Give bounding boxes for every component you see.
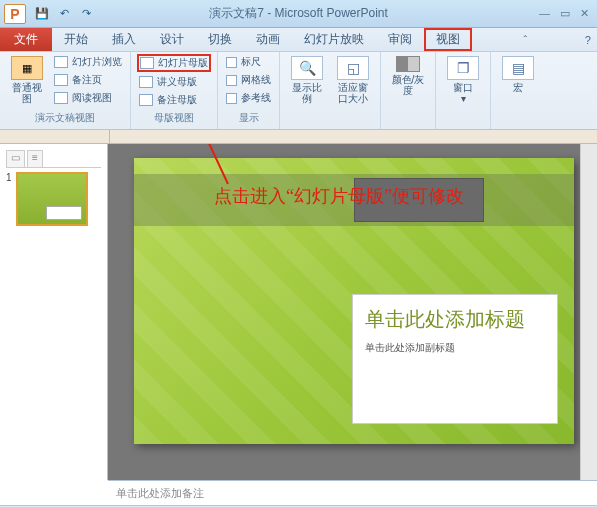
tab-transitions[interactable]: 切换 bbox=[196, 28, 244, 51]
reading-view-icon bbox=[54, 92, 68, 104]
notes-pane[interactable]: 单击此处添加备注 bbox=[108, 480, 597, 505]
tab-view[interactable]: 视图 bbox=[424, 28, 472, 51]
thumb-number: 1 bbox=[6, 172, 12, 226]
checkbox-icon bbox=[226, 93, 237, 104]
group-show: 标尺 网格线 参考线 显示 bbox=[218, 52, 280, 129]
checkbox-icon bbox=[226, 57, 237, 68]
notes-master-button[interactable]: 备注母版 bbox=[137, 92, 211, 108]
maximize-icon[interactable]: ▭ bbox=[560, 7, 570, 20]
fit-window-icon: ◱ bbox=[337, 56, 369, 80]
window-title: 演示文稿7 - Microsoft PowerPoint bbox=[209, 5, 388, 22]
tab-file[interactable]: 文件 bbox=[0, 28, 52, 51]
slide-master-icon bbox=[140, 57, 154, 69]
close-icon[interactable]: ✕ bbox=[580, 7, 589, 20]
guides-checkbox[interactable]: 参考线 bbox=[224, 90, 273, 106]
checkbox-icon bbox=[226, 75, 237, 86]
ribbon: ▦ 普通视图 幻灯片浏览 备注页 阅读视图 演示文稿视图 幻灯片母版 讲义母版 … bbox=[0, 52, 597, 130]
group-window: ❐ 窗口▾ bbox=[436, 52, 491, 129]
normal-view-icon: ▦ bbox=[11, 56, 43, 80]
fit-window-button[interactable]: ◱ 适应窗口大小 bbox=[332, 54, 374, 106]
tab-home[interactable]: 开始 bbox=[52, 28, 100, 51]
tab-review[interactable]: 审阅 bbox=[376, 28, 424, 51]
ruler-checkbox[interactable]: 标尺 bbox=[224, 54, 273, 70]
main-area: ▭ ≡ 1 单击此处添加标题 单击此处添加副标题 点击进入“幻灯片母版”便可修改 bbox=[0, 144, 597, 480]
group-color: 颜色/灰度 bbox=[381, 52, 436, 129]
tab-insert[interactable]: 插入 bbox=[100, 28, 148, 51]
color-grayscale-button[interactable]: 颜色/灰度 bbox=[387, 54, 429, 98]
slide-canvas[interactable]: 单击此处添加标题 单击此处添加副标题 点击进入“幻灯片母版”便可修改 bbox=[134, 158, 574, 444]
group-label: 母版视图 bbox=[137, 111, 211, 127]
window-button[interactable]: ❐ 窗口▾ bbox=[442, 54, 484, 106]
help-icon[interactable]: ? bbox=[585, 34, 591, 46]
slide-sorter-icon bbox=[54, 56, 68, 68]
panel-tab-outline[interactable]: ≡ bbox=[27, 150, 43, 167]
slide-master-button[interactable]: 幻灯片母版 bbox=[137, 54, 211, 72]
panel-tab-slides[interactable]: ▭ bbox=[6, 150, 25, 167]
normal-view-button[interactable]: ▦ 普通视图 bbox=[6, 54, 48, 106]
tab-bar: 文件 开始 插入 设计 切换 动画 幻灯片放映 审阅 视图 ˆ ? bbox=[0, 28, 597, 52]
vertical-scrollbar[interactable] bbox=[580, 144, 597, 480]
window-controls: — ▭ ✕ bbox=[539, 7, 589, 20]
slide-title-text: 单击此处添加标题 bbox=[365, 307, 545, 331]
slide-sorter-button[interactable]: 幻灯片浏览 bbox=[52, 54, 124, 70]
handout-master-button[interactable]: 讲义母版 bbox=[137, 74, 211, 90]
slides-panel: ▭ ≡ 1 bbox=[0, 144, 108, 480]
handout-master-icon bbox=[139, 76, 153, 88]
notes-master-icon bbox=[139, 94, 153, 106]
group-label: 显示 bbox=[224, 111, 273, 127]
zoom-icon: 🔍 bbox=[291, 56, 323, 80]
gridlines-checkbox[interactable]: 网格线 bbox=[224, 72, 273, 88]
macros-icon: ▤ bbox=[502, 56, 534, 80]
macros-button[interactable]: ▤ 宏 bbox=[497, 54, 539, 95]
tab-slideshow[interactable]: 幻灯片放映 bbox=[292, 28, 376, 51]
tab-animations[interactable]: 动画 bbox=[244, 28, 292, 51]
color-grayscale-icon bbox=[396, 56, 420, 72]
group-presentation-views: ▦ 普通视图 幻灯片浏览 备注页 阅读视图 演示文稿视图 bbox=[0, 52, 131, 129]
group-zoom: 🔍 显示比例 ◱ 适应窗口大小 bbox=[280, 52, 381, 129]
ribbon-min-icon[interactable]: ˆ bbox=[524, 34, 528, 46]
tab-design[interactable]: 设计 bbox=[148, 28, 196, 51]
reading-view-button[interactable]: 阅读视图 bbox=[52, 90, 124, 106]
slide-subtitle-text: 单击此处添加副标题 bbox=[365, 341, 545, 355]
title-bar: P 💾 ↶ ↷ 演示文稿7 - Microsoft PowerPoint — ▭… bbox=[0, 0, 597, 28]
annotation-text: 点击进入“幻灯片母版”便可修改 bbox=[214, 182, 464, 210]
group-master-views: 幻灯片母版 讲义母版 备注母版 母版视图 bbox=[131, 52, 218, 129]
ruler bbox=[0, 130, 597, 144]
redo-icon[interactable]: ↷ bbox=[78, 6, 94, 22]
zoom-button[interactable]: 🔍 显示比例 bbox=[286, 54, 328, 106]
group-label: 演示文稿视图 bbox=[6, 111, 124, 127]
workspace: 单击此处添加标题 单击此处添加副标题 点击进入“幻灯片母版”便可修改 bbox=[108, 144, 580, 480]
slide-thumbnail[interactable] bbox=[16, 172, 88, 226]
save-icon[interactable]: 💾 bbox=[34, 6, 50, 22]
group-macros: ▤ 宏 bbox=[491, 52, 545, 129]
notes-page-button[interactable]: 备注页 bbox=[52, 72, 124, 88]
quick-access-toolbar: 💾 ↶ ↷ bbox=[34, 6, 94, 22]
slide-title-placeholder[interactable]: 单击此处添加标题 单击此处添加副标题 bbox=[352, 294, 558, 424]
undo-icon[interactable]: ↶ bbox=[56, 6, 72, 22]
notes-page-icon bbox=[54, 74, 68, 86]
minimize-icon[interactable]: — bbox=[539, 7, 550, 20]
app-icon: P bbox=[4, 4, 26, 24]
window-icon: ❐ bbox=[447, 56, 479, 80]
panel-tabs: ▭ ≡ bbox=[6, 150, 101, 168]
slide-thumbnail-row[interactable]: 1 bbox=[6, 172, 101, 226]
